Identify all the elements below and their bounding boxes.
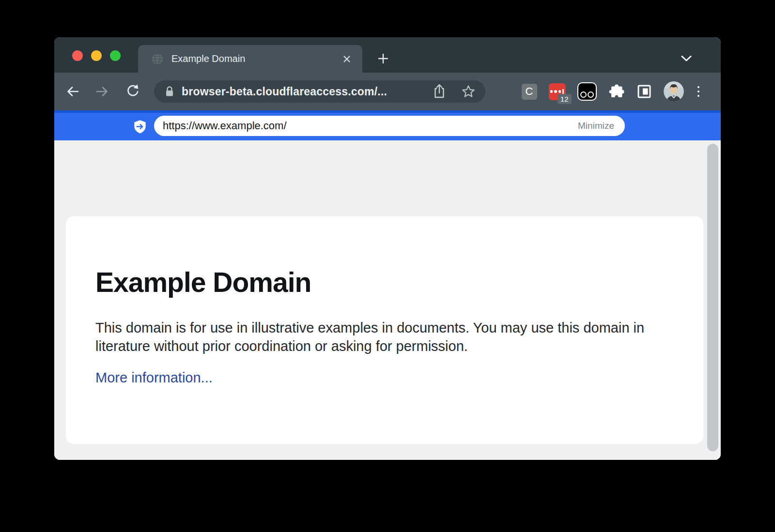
close-window-button[interactable] xyxy=(72,50,83,61)
tab-title: Example Domain xyxy=(171,53,342,64)
address-bar-url: browser-beta.cloudflareaccess.com/... xyxy=(182,85,432,98)
more-information-link[interactable]: More information... xyxy=(95,370,213,386)
isolation-shield-icon xyxy=(134,120,146,134)
extension-c-icon[interactable]: C xyxy=(522,84,537,100)
minimize-bar-button[interactable]: Minimize xyxy=(578,121,614,131)
vertical-scrollbar[interactable] xyxy=(707,144,718,451)
browser-menu-icon[interactable] xyxy=(696,86,702,97)
extension-red-dots-icon[interactable]: 12 xyxy=(549,83,566,100)
page-viewport: Example Domain This domain is for use in… xyxy=(54,140,721,460)
extensions-puzzle-icon[interactable] xyxy=(608,83,625,100)
isolation-bar: Minimize xyxy=(54,110,721,140)
side-panel-icon[interactable] xyxy=(636,84,652,99)
browser-window: Example Domain browser-b xyxy=(54,37,721,460)
reload-button[interactable] xyxy=(124,83,141,100)
page-title: Example Domain xyxy=(95,266,660,298)
traffic-lights xyxy=(72,50,121,61)
back-button[interactable] xyxy=(64,83,81,100)
avatar-image xyxy=(664,81,684,102)
example-domain-card: Example Domain This domain is for use in… xyxy=(66,216,703,444)
browser-toolbar: browser-beta.cloudflareaccess.com/... C … xyxy=(54,73,721,110)
address-bar[interactable]: browser-beta.cloudflareaccess.com/... xyxy=(154,80,485,103)
isolation-url-pill: Minimize xyxy=(154,116,625,136)
extension-c-label: C xyxy=(526,85,533,98)
extension-badge-count: 12 xyxy=(558,94,572,104)
tab-strip: Example Domain xyxy=(54,37,721,73)
share-icon[interactable] xyxy=(432,83,447,100)
lock-icon xyxy=(165,85,174,98)
toolbar-right-icons: C 12 xyxy=(522,73,702,110)
minimize-window-button[interactable] xyxy=(91,50,102,61)
isolation-url-input[interactable] xyxy=(163,120,578,132)
forward-button[interactable] xyxy=(93,83,111,100)
tab-example-domain[interactable]: Example Domain xyxy=(138,45,362,73)
bookmark-star-icon[interactable] xyxy=(461,84,476,99)
tab-close-icon[interactable] xyxy=(342,54,352,64)
profile-avatar[interactable] xyxy=(664,81,684,102)
fullscreen-window-button[interactable] xyxy=(110,50,121,61)
globe-favicon-icon xyxy=(152,53,163,65)
page-body-text: This domain is for use in illustrative e… xyxy=(95,319,652,355)
extension-goggles-icon[interactable] xyxy=(577,82,597,101)
new-tab-button[interactable] xyxy=(377,53,389,64)
chevron-down-icon[interactable] xyxy=(681,56,692,61)
